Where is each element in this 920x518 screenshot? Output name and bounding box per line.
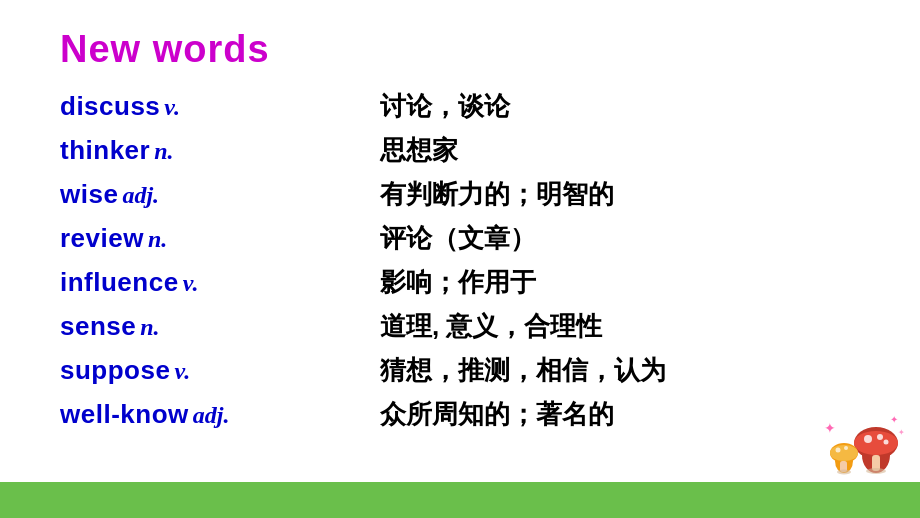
word-chinese: 猜想，推测，相信，认为 <box>380 353 860 388</box>
word-list: discuss v.讨论，谈论thinker n.思想家wise adj.有判断… <box>60 89 860 441</box>
word-pos: v. <box>174 358 190 385</box>
word-english: influence <box>60 267 179 298</box>
svg-point-4 <box>877 434 883 440</box>
svg-point-3 <box>864 435 872 443</box>
table-row: well-know adj.众所周知的；著名的 <box>60 397 860 441</box>
word-col: suppose v. <box>60 355 380 386</box>
word-chinese: 讨论，谈论 <box>380 89 860 124</box>
word-english: review <box>60 223 144 254</box>
svg-text:✦: ✦ <box>890 414 898 425</box>
word-pos: adj. <box>122 182 159 209</box>
word-col: review n. <box>60 223 380 254</box>
word-pos: adj. <box>193 402 230 429</box>
table-row: thinker n.思想家 <box>60 133 860 177</box>
table-row: suppose v.猜想，推测，相信，认为 <box>60 353 860 397</box>
word-chinese: 思想家 <box>380 133 860 168</box>
slide: New words discuss v.讨论，谈论thinker n.思想家wi… <box>0 0 920 518</box>
table-row: wise adj.有判断力的；明智的 <box>60 177 860 221</box>
svg-point-2 <box>854 431 898 455</box>
svg-text:✦: ✦ <box>824 420 836 436</box>
word-english: wise <box>60 179 118 210</box>
word-chinese: 众所周知的；著名的 <box>380 397 860 432</box>
svg-point-11 <box>836 448 841 453</box>
svg-point-7 <box>866 468 886 474</box>
word-col: well-know adj. <box>60 399 380 430</box>
word-col: thinker n. <box>60 135 380 166</box>
svg-point-10 <box>830 445 858 461</box>
word-col: sense n. <box>60 311 380 342</box>
table-row: influence v.影响；作用于 <box>60 265 860 309</box>
word-col: discuss v. <box>60 91 380 122</box>
word-chinese: 评论（文章） <box>380 221 860 256</box>
table-row: review n.评论（文章） <box>60 221 860 265</box>
page-title: New words <box>60 28 860 71</box>
svg-point-5 <box>884 440 889 445</box>
table-row: sense n.道理, 意义，合理性 <box>60 309 860 353</box>
word-pos: v. <box>183 270 199 297</box>
word-english: sense <box>60 311 136 342</box>
word-chinese: 有判断力的；明智的 <box>380 177 860 212</box>
svg-point-14 <box>837 470 851 475</box>
word-col: influence v. <box>60 267 380 298</box>
word-pos: n. <box>140 314 159 341</box>
bottom-bar <box>0 482 920 518</box>
table-row: discuss v.讨论，谈论 <box>60 89 860 133</box>
word-pos: n. <box>148 226 167 253</box>
mushroom-decoration: ✦ ✦ ✦ <box>824 413 904 482</box>
svg-text:✦: ✦ <box>898 428 904 437</box>
word-english: discuss <box>60 91 160 122</box>
word-english: suppose <box>60 355 170 386</box>
word-col: wise adj. <box>60 179 380 210</box>
word-chinese: 影响；作用于 <box>380 265 860 300</box>
word-english: thinker <box>60 135 150 166</box>
word-english: well-know <box>60 399 189 430</box>
word-pos: n. <box>154 138 173 165</box>
svg-point-12 <box>844 446 848 450</box>
word-pos: v. <box>164 94 180 121</box>
word-chinese: 道理, 意义，合理性 <box>380 309 860 344</box>
